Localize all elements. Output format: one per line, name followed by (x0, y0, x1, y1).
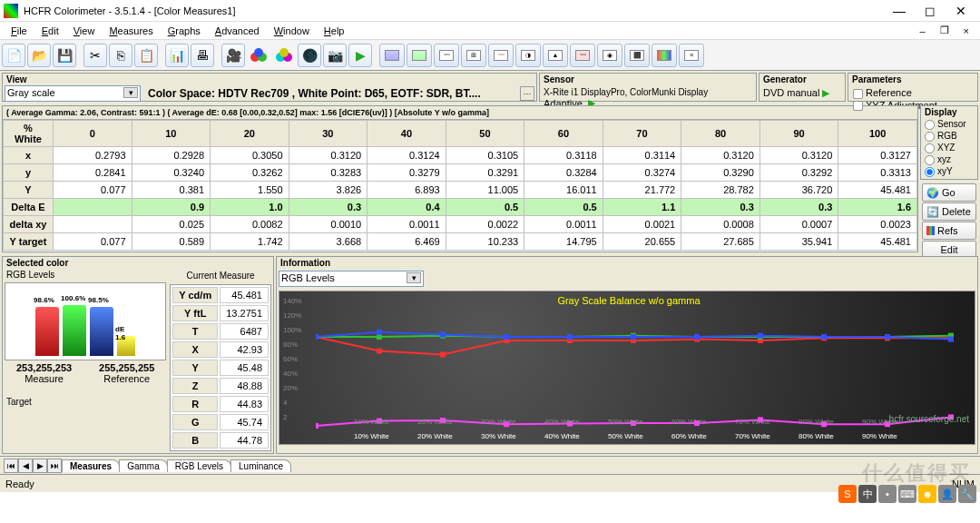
svg-point-5 (279, 48, 289, 57)
app-icon (4, 4, 18, 18)
mon5-icon[interactable]: 〰 (488, 44, 514, 67)
status-ready: Ready (5, 479, 34, 489)
mon7-icon[interactable]: ▲ (543, 44, 568, 67)
minimize-button[interactable]: — (884, 0, 915, 22)
selected-label: Selected color (3, 257, 273, 269)
menu-window[interactable]: Window (267, 24, 317, 38)
info-label: Information (277, 257, 977, 269)
mon8-icon[interactable]: 〰 (570, 44, 595, 67)
mon1-icon[interactable] (379, 44, 405, 67)
paste-icon[interactable]: 📋 (134, 44, 158, 67)
tab-last-icon[interactable]: ⏭ (47, 459, 62, 473)
selected-panel: Selected color RGB Levels 98.6% 100.6% 9… (2, 256, 274, 454)
display-opt-xyY[interactable]: xyY (922, 166, 976, 178)
display-opt-XYZ[interactable]: XYZ (922, 143, 976, 154)
cut-icon[interactable]: ✂ (83, 44, 107, 67)
display-opt-Sensor[interactable]: Sensor (922, 119, 976, 131)
ime-punct-icon[interactable]: • (878, 485, 897, 503)
mon2-icon[interactable] (407, 44, 432, 67)
mon12-icon[interactable]: ≡ (679, 44, 704, 67)
view-label: View (3, 74, 536, 85)
tab-Luminance[interactable]: Luminance (230, 459, 291, 472)
data-grid[interactable]: % White0102030405060708090100x0.27930.29… (3, 120, 917, 251)
svg-rect-28 (316, 334, 318, 340)
close-button[interactable]: ✕ (946, 0, 976, 22)
menu-graphs[interactable]: Graphs (161, 24, 208, 38)
svg-rect-29 (377, 330, 382, 335)
mon11-icon[interactable] (652, 44, 677, 67)
svg-rect-37 (885, 334, 890, 340)
menu-help[interactable]: Help (317, 24, 352, 38)
maximize-button[interactable]: ◻ (915, 0, 946, 22)
tab-RGB Levels[interactable]: RGB Levels (167, 459, 231, 472)
menu-measures[interactable]: Measures (102, 24, 160, 38)
svg-rect-31 (504, 334, 509, 340)
copy-icon[interactable]: ⎘ (109, 44, 132, 67)
camera-icon[interactable]: 🎥 (221, 44, 245, 67)
display-opt-RGB[interactable]: RGB (922, 131, 976, 143)
ime-user-icon[interactable]: 👤 (938, 485, 956, 503)
rgb-balls-icon[interactable] (247, 44, 270, 67)
tab-next-icon[interactable]: ▶ (33, 459, 47, 473)
mon10-icon[interactable]: ⬛ (624, 44, 650, 67)
snapshot-icon[interactable]: 📷 (323, 44, 347, 67)
svg-rect-35 (758, 333, 763, 339)
ime-zh-icon[interactable]: 中 (858, 485, 877, 503)
refs-icon (926, 226, 935, 235)
delete-icon: 🔄 (926, 206, 939, 218)
ime-tool-icon[interactable]: 🔧 (958, 485, 976, 503)
ime-kb-icon[interactable]: ⌨ (898, 485, 916, 503)
go-icon: 🌍 (926, 187, 939, 199)
tab-prev-icon[interactable]: ◀ (18, 459, 33, 473)
current-measure-label: Current Measure (168, 269, 273, 282)
tab-Measures[interactable]: Measures (62, 459, 120, 472)
svg-rect-38 (948, 337, 954, 342)
graph-area[interactable]: Gray Scale Balance w/o gamma hcfr.source… (279, 291, 975, 445)
mon3-icon[interactable]: 〰 (434, 44, 459, 67)
tab-Gamma[interactable]: Gamma (119, 459, 168, 472)
graph-watermark: hcfr.sourceforge.net (889, 414, 969, 424)
tab-first-icon[interactable]: ⏮ (4, 459, 18, 473)
print-icon[interactable]: 🖶 (191, 44, 214, 67)
menu-view[interactable]: View (66, 24, 103, 38)
generator-play-icon[interactable]: ▶ (822, 87, 829, 98)
view-combo[interactable]: Gray scale (5, 85, 141, 102)
svg-rect-18 (377, 334, 382, 340)
display-opt-xyz[interactable]: xyz (922, 154, 976, 166)
open-icon[interactable]: 📂 (27, 44, 51, 67)
sensor-label: Sensor (540, 74, 756, 85)
mdi-minimize[interactable]: – (912, 24, 932, 38)
toolbar: 📄 📂 💾 ✂ ⎘ 📋 📊 🖶 🎥 🌑 📷 ▶ 〰 ⊞ 〰 ◑ ▲ 〰 ◉ ⬛ … (0, 40, 980, 71)
svg-point-2 (254, 48, 263, 57)
svg-rect-33 (631, 334, 636, 340)
mon4-icon[interactable]: ⊞ (461, 44, 486, 67)
measure-value: 253,255,253 (16, 362, 72, 373)
mon9-icon[interactable]: ◉ (597, 44, 622, 67)
refs-button[interactable]: Refs (922, 222, 976, 240)
ime-overlay: S 中 • ⌨ ☻ 👤 🔧 (838, 485, 976, 503)
export-icon[interactable]: 📊 (165, 44, 189, 67)
go-button[interactable]: 🌍Go (922, 183, 976, 202)
menu-file[interactable]: File (4, 24, 34, 38)
colorspace-edit-icon[interactable]: … (520, 86, 534, 101)
ime-sogou-icon[interactable]: S (838, 485, 857, 503)
info-combo[interactable]: RGB Levels (279, 271, 424, 287)
menu-edit[interactable]: Edit (34, 24, 66, 38)
reference-value: 255,255,255 (99, 362, 154, 373)
mdi-restore[interactable]: ❐ (933, 23, 956, 38)
save-icon[interactable]: 💾 (53, 44, 76, 67)
parameters-label: Parameters (848, 74, 977, 85)
svg-rect-34 (694, 334, 700, 340)
colorspace-text: Color Space: HDTV Rec709 , White Point: … (144, 85, 516, 102)
delete-button[interactable]: 🔄Delete (922, 202, 976, 221)
play-icon[interactable]: ▶ (348, 44, 372, 67)
new-icon[interactable]: 📄 (2, 44, 25, 67)
cmy-balls-icon[interactable] (272, 44, 296, 67)
menu-advanced[interactable]: Advanced (208, 24, 267, 38)
measure-icon[interactable]: 🌑 (298, 44, 321, 67)
mdi-close[interactable]: × (956, 24, 976, 38)
param-reference-cb[interactable]: Reference (852, 87, 912, 98)
mon6-icon[interactable]: ◑ (515, 44, 541, 67)
ime-face-icon[interactable]: ☻ (918, 485, 936, 503)
measure-table: Y cd/m45.481Y ftL13.2751T6487X42.93Y45.4… (170, 284, 271, 451)
